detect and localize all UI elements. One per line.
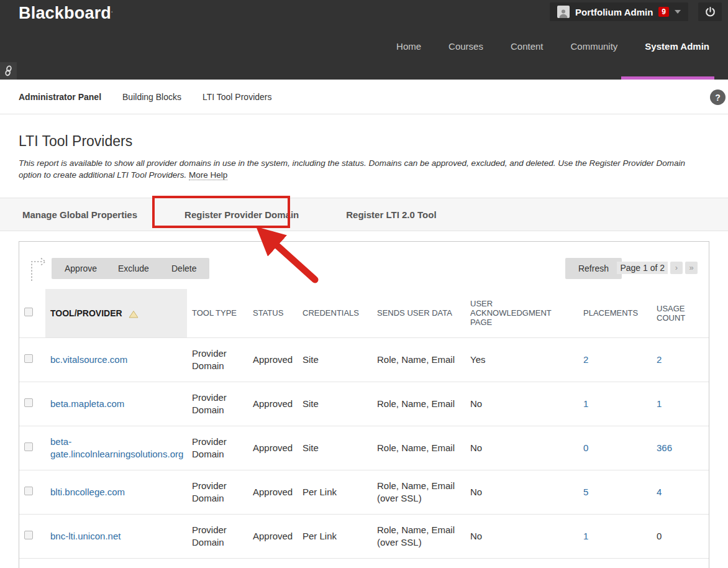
provider-domain-link[interactable]: blti.bncollege.com bbox=[50, 487, 125, 497]
status-cell: Approved bbox=[248, 382, 298, 426]
usage-count-cell: 4 bbox=[652, 470, 709, 514]
header-checkbox-cell bbox=[19, 289, 45, 337]
usage-count-cell: 0 bbox=[652, 558, 709, 568]
nav-item-home[interactable]: Home bbox=[396, 41, 421, 52]
link-icon bbox=[4, 65, 12, 76]
placements-cell: 5 bbox=[578, 470, 652, 514]
row-checkbox-cell bbox=[19, 470, 45, 514]
help-icon[interactable]: ? bbox=[710, 89, 726, 105]
row-checkbox[interactable] bbox=[24, 398, 33, 407]
select-all-checkbox[interactable] bbox=[24, 308, 33, 316]
logout-power-button[interactable] bbox=[698, 2, 722, 21]
row-checkbox[interactable] bbox=[24, 531, 33, 539]
breadcrumb-building-blocks[interactable]: Building Blocks bbox=[122, 92, 181, 102]
top-header: Blackboard. Portfolium Admin 9 Home Cour… bbox=[0, 0, 728, 80]
user-menu[interactable]: Portfolium Admin 9 bbox=[550, 2, 688, 21]
credentials-cell: Per Link bbox=[298, 558, 372, 568]
usage-count-link[interactable]: 2 bbox=[657, 354, 662, 365]
tool-provider-cell: blti.bncollege.com bbox=[45, 470, 187, 514]
provider-domain-link[interactable]: bc.vitalsource.com bbox=[50, 354, 127, 365]
tab-register-lti-20-tool[interactable]: Register LTI 2.0 Tool bbox=[346, 209, 436, 220]
user-acknowledgment-cell: No bbox=[465, 558, 578, 568]
provider-domain-link[interactable]: beta.mapleta.com bbox=[50, 398, 124, 409]
row-checkbox-cell bbox=[19, 337, 45, 382]
chevron-down-icon bbox=[675, 10, 681, 14]
tab-manage-global-properties[interactable]: Manage Global Properties bbox=[22, 209, 137, 220]
tab-register-provider-domain[interactable]: Register Provider Domain bbox=[184, 209, 299, 220]
placements-link[interactable]: 1 bbox=[583, 398, 588, 409]
user-acknowledgment-cell: No bbox=[465, 514, 578, 558]
usage-count-value: 0 bbox=[657, 531, 662, 541]
notification-badge: 9 bbox=[658, 7, 669, 17]
table-row: bnc-lti.unicon.netProvider DomainApprove… bbox=[19, 514, 709, 558]
status-cell: Approved bbox=[248, 514, 298, 558]
next-page-button[interactable]: › bbox=[670, 262, 683, 274]
column-header-credentials: CREDENTIALS bbox=[298, 289, 372, 337]
row-checkbox[interactable] bbox=[24, 487, 33, 495]
usage-count-cell: 0 bbox=[652, 514, 709, 558]
status-cell: Approved bbox=[248, 426, 298, 470]
last-page-button[interactable]: » bbox=[685, 262, 698, 274]
provider-table-body: bc.vitalsource.comProvider DomainApprove… bbox=[19, 337, 709, 568]
page-description: This report is available to show all pro… bbox=[19, 157, 709, 181]
power-icon bbox=[704, 6, 716, 18]
placements-cell: 0 bbox=[578, 426, 652, 470]
usage-count-cell: 1 bbox=[652, 382, 709, 426]
tool-type-cell: Provider Domain bbox=[187, 382, 248, 426]
nav-item-system-admin[interactable]: System Admin bbox=[645, 41, 709, 52]
blackboard-logo: Blackboard. bbox=[19, 4, 113, 23]
tool-provider-cell: beta-gate.lincolnlearningsolutions.org bbox=[45, 426, 187, 470]
placements-link[interactable]: 0 bbox=[583, 442, 588, 453]
tool-type-cell: Provider Domain bbox=[187, 558, 248, 568]
column-header-tool-provider[interactable]: TOOL/PROVIDER bbox=[45, 289, 187, 337]
placements-link[interactable]: 1 bbox=[583, 531, 588, 541]
breadcrumb-lti-tool-providers[interactable]: LTI Tool Providers bbox=[202, 92, 272, 102]
usage-count-link[interactable]: 1 bbox=[657, 398, 662, 409]
row-checkbox[interactable] bbox=[24, 442, 33, 451]
delete-button[interactable]: Delete bbox=[158, 258, 209, 279]
tool-type-cell: Provider Domain bbox=[187, 470, 248, 514]
action-tab-bar: Manage Global Properties Register Provid… bbox=[0, 198, 728, 231]
more-help-link[interactable]: More Help bbox=[189, 170, 227, 180]
row-checkbox-cell bbox=[19, 558, 45, 568]
main-navigation: Home Courses Content Community System Ad… bbox=[396, 41, 709, 52]
table-row: blti.bncollege.comProvider DomainApprove… bbox=[19, 470, 709, 514]
provider-domain-link[interactable]: beta-gate.lincolnlearningsolutions.org bbox=[50, 436, 183, 459]
refresh-button[interactable]: Refresh bbox=[565, 258, 622, 279]
page-description-text: This report is available to show all pro… bbox=[19, 158, 685, 180]
column-header-tool-type: TOOL TYPE bbox=[187, 289, 248, 337]
placements-link[interactable]: 5 bbox=[583, 487, 588, 497]
pagination: Page 1 of 2 › » bbox=[617, 262, 698, 274]
approve-button[interactable]: Approve bbox=[52, 258, 110, 279]
row-checkbox[interactable] bbox=[24, 354, 33, 363]
credentials-cell: Per Link bbox=[298, 470, 372, 514]
provider-domain-link[interactable]: bnc-lti.unicon.net bbox=[50, 531, 121, 541]
breadcrumb-admin-panel[interactable]: Administrator Panel bbox=[19, 92, 101, 102]
column-header-usage-count: USAGE COUNT bbox=[652, 289, 709, 337]
placements-link[interactable]: 2 bbox=[583, 354, 588, 365]
placements-cell: 0 bbox=[578, 558, 652, 568]
credentials-cell: Per Link bbox=[298, 514, 372, 558]
table-row: bc.vitalsource.comProvider DomainApprove… bbox=[19, 337, 709, 382]
credentials-cell: Site bbox=[298, 337, 372, 382]
user-name: Portfolium Admin bbox=[575, 7, 653, 17]
placements-cell: 1 bbox=[578, 514, 652, 558]
usage-count-link[interactable]: 366 bbox=[657, 442, 672, 453]
sends-user-data-cell: Role, Name, Email bbox=[372, 558, 465, 568]
nav-item-content[interactable]: Content bbox=[511, 41, 544, 52]
row-checkbox-cell bbox=[19, 514, 45, 558]
table-row: beta.mapleta.comProvider DomainApprovedS… bbox=[19, 382, 709, 426]
usage-count-link[interactable]: 4 bbox=[657, 487, 662, 497]
user-acknowledgment-cell: No bbox=[465, 382, 578, 426]
sends-user-data-cell: Role, Name, Email bbox=[372, 426, 465, 470]
status-cell: Approved bbox=[248, 558, 298, 568]
usage-count-cell: 366 bbox=[652, 426, 709, 470]
table-header-row: TOOL/PROVIDER TOOL TYPE STATUS CREDENTIA… bbox=[19, 289, 709, 337]
quick-links-button[interactable] bbox=[0, 62, 17, 80]
status-cell: Approved bbox=[248, 470, 298, 514]
tool-provider-cell: bc.vitalsource.com bbox=[45, 337, 187, 382]
nav-item-community[interactable]: Community bbox=[571, 41, 618, 52]
placements-cell: 2 bbox=[578, 337, 652, 382]
exclude-button[interactable]: Exclude bbox=[105, 258, 162, 279]
nav-item-courses[interactable]: Courses bbox=[448, 41, 483, 52]
